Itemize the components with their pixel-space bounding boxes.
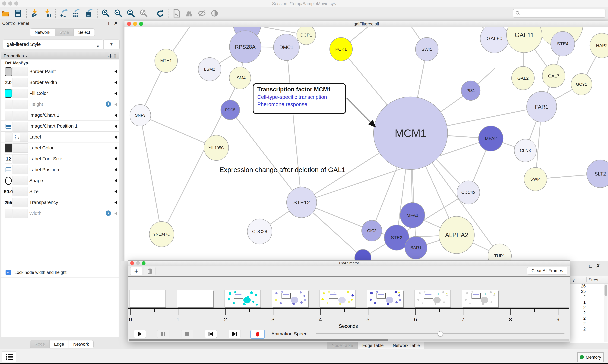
- table-column-header[interactable]: ity: [570, 277, 575, 282]
- property-cell[interactable]: [5, 209, 12, 218]
- property-cell[interactable]: [20, 176, 28, 185]
- tab-network[interactable]: Network: [69, 340, 94, 348]
- property-cell[interactable]: [13, 67, 20, 76]
- table-row[interactable]: 2: [570, 305, 608, 310]
- frame-thumbnail-3[interactable]: [272, 290, 308, 307]
- collapse-all-icon[interactable]: ⇈: [113, 53, 117, 59]
- cyanimator-titlebar[interactable]: CyAnimator: [128, 260, 570, 266]
- annotation-box[interactable]: Transcription factor MCM1 Cell-type-spec…: [253, 83, 346, 114]
- position-icon[interactable]: [6, 124, 11, 129]
- tab-edge[interactable]: Edge: [50, 340, 69, 348]
- property-cell[interactable]: 50.0: [5, 187, 12, 196]
- property-cell[interactable]: [13, 209, 20, 218]
- expand-row-icon[interactable]: [114, 92, 117, 95]
- close-panel-icon[interactable]: ✗: [114, 21, 118, 26]
- property-cell[interactable]: [13, 100, 20, 109]
- property-cell[interactable]: [5, 132, 12, 142]
- property-row-fill-color[interactable]: Fill Color: [1, 88, 119, 99]
- property-cell[interactable]: [20, 89, 28, 98]
- property-cell[interactable]: [20, 154, 28, 164]
- color-swatch[interactable]: [5, 67, 12, 76]
- table-row[interactable]: 2: [570, 294, 608, 300]
- property-cell[interactable]: [13, 154, 20, 164]
- expand-row-icon[interactable]: [114, 81, 117, 84]
- property-row-label-color[interactable]: Label Color: [1, 143, 119, 153]
- open-session-icon[interactable]: [1, 9, 10, 18]
- import-table-icon[interactable]: [43, 9, 52, 18]
- color-swatch[interactable]: [5, 89, 12, 98]
- table-scrollbar[interactable]: [604, 284, 608, 342]
- table-row[interactable]: 25: [570, 289, 608, 294]
- expand-row-icon[interactable]: [114, 157, 117, 161]
- tab-edge-table[interactable]: Edge Table: [358, 341, 388, 350]
- task-history-button[interactable]: [2, 351, 16, 363]
- property-cell[interactable]: [20, 67, 28, 76]
- network-node-gal11[interactable]: [507, 27, 542, 53]
- timeline[interactable]: 0123456789 Seconds: [128, 276, 570, 328]
- default-value[interactable]: 12: [6, 156, 11, 162]
- table-column-header[interactable]: Stres: [589, 277, 598, 282]
- close-panel-icon[interactable]: ✗: [596, 263, 600, 269]
- property-cell[interactable]: [5, 100, 12, 109]
- export-image-icon[interactable]: [84, 9, 94, 18]
- expand-row-icon[interactable]: [114, 124, 117, 128]
- zoom-selected-icon[interactable]: [139, 9, 148, 18]
- property-cell[interactable]: [13, 165, 20, 174]
- timeline-scrollbar[interactable]: [129, 339, 569, 341]
- property-cell[interactable]: [5, 143, 12, 153]
- property-row-label[interactable]: ⋮›Label: [1, 131, 119, 143]
- network-node-dotb[interactable]: [355, 249, 371, 261]
- property-cell[interactable]: [20, 78, 28, 87]
- network-canvas[interactable]: DCP1RPS28ADMC1PCK1SWI5GAL80GAL11STE4HAP2…: [124, 27, 608, 261]
- export-network-icon[interactable]: [59, 9, 69, 18]
- property-row-height[interactable]: Heighti: [1, 99, 119, 110]
- property-row-transparency[interactable]: 255Transparency: [1, 197, 119, 208]
- expand-row-icon[interactable]: [114, 135, 117, 139]
- frame-thumbnail-1[interactable]: [177, 290, 213, 307]
- float-panel-icon[interactable]: □: [589, 263, 592, 269]
- property-row-border-width[interactable]: 2.0Border Width: [1, 77, 119, 88]
- property-cell[interactable]: [20, 111, 28, 120]
- property-row-border-paint[interactable]: Border Paint: [1, 66, 119, 77]
- clear-all-frames-button[interactable]: Clear All Frames: [527, 267, 567, 274]
- property-cell[interactable]: [20, 143, 28, 153]
- property-cell[interactable]: [20, 165, 28, 174]
- property-row-label-font-size[interactable]: 12Label Font Size: [1, 153, 119, 164]
- frame-thumbnail-6[interactable]: [415, 290, 451, 307]
- property-cell[interactable]: [20, 209, 28, 218]
- expand-row-icon[interactable]: [114, 212, 117, 215]
- property-cell[interactable]: [5, 89, 12, 98]
- property-cell[interactable]: 12: [5, 154, 12, 164]
- network-node-tup1[interactable]: [488, 244, 511, 261]
- lock-size-checkbox[interactable]: ✓: [6, 270, 11, 275]
- position-icon[interactable]: [6, 168, 11, 172]
- tab-network-table[interactable]: Network Table: [388, 341, 425, 350]
- tab-node[interactable]: Node: [30, 340, 50, 348]
- property-cell[interactable]: 255: [5, 198, 12, 207]
- skip-to-start-button[interactable]: [205, 330, 217, 338]
- info-icon[interactable]: i: [106, 101, 111, 107]
- property-cell[interactable]: 2.0: [5, 78, 12, 87]
- property-row-image-chart-position-1[interactable]: Image/Chart Position 1: [1, 121, 119, 131]
- table-row[interactable]: 26: [570, 284, 608, 289]
- tab-style[interactable]: Style: [55, 28, 74, 36]
- save-session-icon[interactable]: [14, 9, 23, 18]
- frame-thumbnail-4[interactable]: [319, 290, 356, 307]
- delete-frame-button[interactable]: [144, 267, 156, 275]
- export-table-icon[interactable]: [72, 9, 81, 18]
- refresh-icon[interactable]: [155, 9, 165, 18]
- property-cell[interactable]: [13, 111, 20, 120]
- property-cell[interactable]: [13, 89, 20, 98]
- zoom-in-icon[interactable]: [101, 9, 110, 18]
- property-row-image-chart-1[interactable]: Image/Chart 1: [1, 110, 119, 121]
- property-row-size[interactable]: 50.0Size: [1, 186, 119, 197]
- property-cell[interactable]: [13, 122, 20, 131]
- float-panel-icon[interactable]: □: [109, 21, 111, 26]
- expand-row-icon[interactable]: [114, 190, 117, 193]
- property-cell[interactable]: [20, 198, 28, 207]
- table-row[interactable]: 2: [570, 326, 608, 332]
- style-options-button[interactable]: ▼: [103, 39, 120, 49]
- search-input[interactable]: [521, 10, 605, 17]
- property-cell[interactable]: [5, 176, 12, 185]
- frame-thumbnail-5[interactable]: [367, 290, 403, 307]
